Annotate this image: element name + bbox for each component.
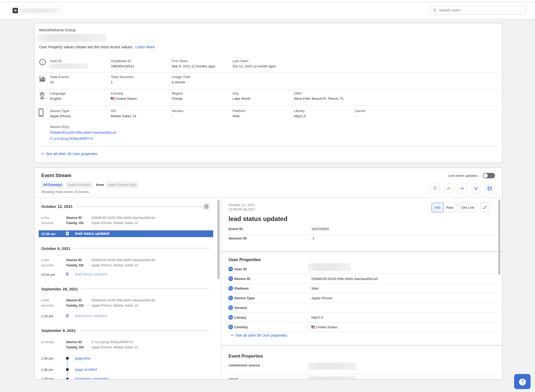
svg-text:i: i <box>42 60 43 64</box>
